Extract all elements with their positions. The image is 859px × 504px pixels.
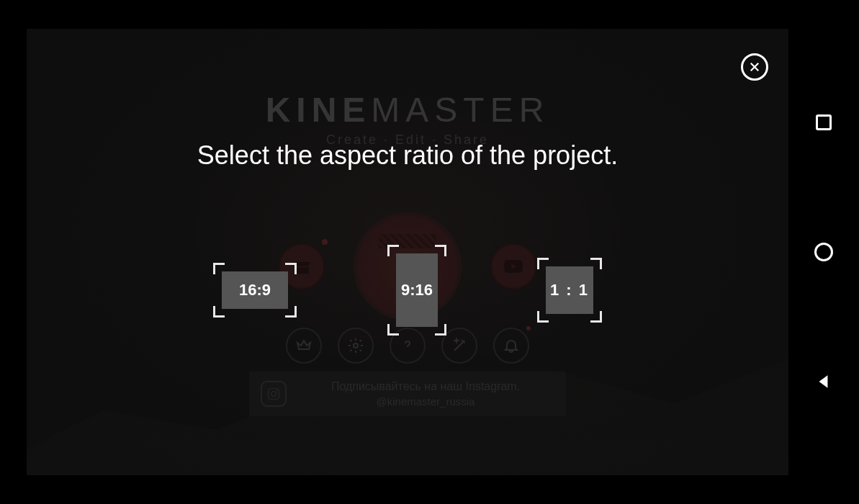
ratio-label: 1 : 1: [550, 281, 589, 300]
ratio-label: 9:16: [401, 281, 433, 300]
aspect-ratio-1-1[interactable]: 1 : 1: [546, 266, 593, 314]
close-icon: [748, 60, 761, 73]
aspect-ratio-16-9[interactable]: 16:9: [222, 271, 288, 309]
nav-recents[interactable]: [814, 112, 834, 132]
ratio-label: 16:9: [239, 281, 271, 300]
close-button[interactable]: [741, 53, 768, 81]
aspect-ratio-options: 16:9 9:16 1 : 1: [27, 253, 788, 327]
nav-back[interactable]: [814, 372, 834, 392]
app-screen: KINEMASTER Create · Edit · Share +: [27, 29, 788, 475]
ratio-box: 1 : 1: [546, 266, 593, 314]
modal-overlay: Select the aspect ratio of the project. …: [27, 29, 788, 475]
back-triangle-icon: [814, 372, 833, 391]
ratio-box: 16:9: [222, 271, 288, 309]
aspect-ratio-9-16[interactable]: 9:16: [396, 253, 438, 327]
device-frame: KINEMASTER Create · Edit · Share +: [0, 0, 859, 504]
android-nav-bar: [788, 0, 859, 504]
nav-home[interactable]: [814, 242, 834, 262]
circle-icon: [814, 243, 833, 261]
square-icon: [816, 114, 832, 130]
dialog-title: Select the aspect ratio of the project.: [27, 140, 788, 171]
ratio-box: 9:16: [396, 253, 438, 327]
